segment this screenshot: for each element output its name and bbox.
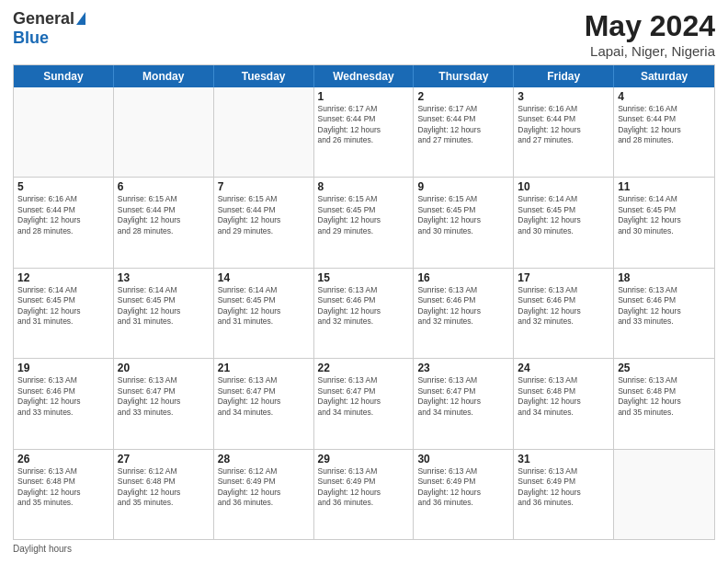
cell-date-number: 30 <box>417 453 509 465</box>
cell-info-text: Sunrise: 6:17 AMSunset: 6:44 PMDaylight:… <box>417 104 509 146</box>
cell-info-text: Sunrise: 6:13 AMSunset: 6:46 PMDaylight:… <box>618 285 711 327</box>
cal-cell: 31Sunrise: 6:13 AMSunset: 6:49 PMDayligh… <box>514 450 614 539</box>
cal-cell: 30Sunrise: 6:13 AMSunset: 6:49 PMDayligh… <box>414 450 514 539</box>
cell-date-number: 26 <box>17 453 109 465</box>
cell-info-text: Sunrise: 6:15 AMSunset: 6:44 PMDaylight:… <box>218 194 310 236</box>
cal-header-day: Monday <box>114 65 214 87</box>
footer-note: Daylight hours <box>13 544 715 554</box>
cal-cell: 28Sunrise: 6:12 AMSunset: 6:49 PMDayligh… <box>214 450 314 539</box>
cal-cell <box>214 87 314 177</box>
cell-date-number: 27 <box>118 453 210 465</box>
cal-header-day: Tuesday <box>214 65 314 87</box>
cal-cell: 18Sunrise: 6:13 AMSunset: 6:46 PMDayligh… <box>614 269 714 358</box>
daylight-label: Daylight hours <box>13 544 72 554</box>
cal-cell <box>114 87 214 177</box>
cal-cell: 29Sunrise: 6:13 AMSunset: 6:49 PMDayligh… <box>314 450 415 539</box>
cal-cell: 1Sunrise: 6:17 AMSunset: 6:44 PMDaylight… <box>314 87 415 177</box>
logo-triangle-icon <box>76 12 85 25</box>
cell-info-text: Sunrise: 6:16 AMSunset: 6:44 PMDaylight:… <box>17 194 109 236</box>
cell-info-text: Sunrise: 6:14 AMSunset: 6:45 PMDaylight:… <box>118 285 210 327</box>
cal-cell: 21Sunrise: 6:13 AMSunset: 6:47 PMDayligh… <box>214 359 314 448</box>
cal-header-day: Friday <box>514 65 614 87</box>
cal-week-row: 12Sunrise: 6:14 AMSunset: 6:45 PMDayligh… <box>14 269 714 359</box>
cell-date-number: 15 <box>318 271 410 284</box>
header: General Blue May 2024 Lapai, Niger, Nige… <box>13 9 715 59</box>
cell-date-number: 1 <box>318 90 410 103</box>
cell-date-number: 19 <box>17 362 109 374</box>
cell-info-text: Sunrise: 6:14 AMSunset: 6:45 PMDaylight:… <box>17 285 109 327</box>
cell-info-text: Sunrise: 6:13 AMSunset: 6:47 PMDaylight:… <box>318 375 410 418</box>
cal-cell: 14Sunrise: 6:14 AMSunset: 6:45 PMDayligh… <box>214 269 314 358</box>
cal-cell: 15Sunrise: 6:13 AMSunset: 6:46 PMDayligh… <box>314 269 415 358</box>
logo-blue-text: Blue <box>13 29 49 48</box>
cell-info-text: Sunrise: 6:14 AMSunset: 6:45 PMDaylight:… <box>518 194 609 236</box>
cell-date-number: 18 <box>618 271 711 284</box>
cal-cell <box>614 450 714 539</box>
cal-cell: 5Sunrise: 6:16 AMSunset: 6:44 PMDaylight… <box>14 178 114 267</box>
cell-info-text: Sunrise: 6:13 AMSunset: 6:47 PMDaylight:… <box>118 375 210 418</box>
cell-date-number: 7 <box>218 180 310 193</box>
cell-date-number: 3 <box>518 90 609 103</box>
cell-info-text: Sunrise: 6:15 AMSunset: 6:45 PMDaylight:… <box>318 194 410 236</box>
cell-date-number: 6 <box>118 180 210 193</box>
cell-info-text: Sunrise: 6:14 AMSunset: 6:45 PMDaylight:… <box>218 285 310 327</box>
cal-cell: 11Sunrise: 6:14 AMSunset: 6:45 PMDayligh… <box>614 178 714 267</box>
cell-date-number: 9 <box>417 180 509 193</box>
cell-info-text: Sunrise: 6:13 AMSunset: 6:48 PMDaylight:… <box>518 375 609 418</box>
cal-header-day: Wednesday <box>314 65 415 87</box>
cal-header-day: Saturday <box>614 65 714 87</box>
cell-date-number: 22 <box>318 362 410 374</box>
cell-date-number: 8 <box>318 180 410 193</box>
cal-header-day: Sunday <box>14 65 114 87</box>
cal-cell <box>14 87 114 177</box>
cal-cell: 6Sunrise: 6:15 AMSunset: 6:44 PMDaylight… <box>114 178 214 267</box>
cal-cell: 22Sunrise: 6:13 AMSunset: 6:47 PMDayligh… <box>314 359 415 448</box>
cal-cell: 23Sunrise: 6:13 AMSunset: 6:47 PMDayligh… <box>414 359 514 448</box>
cal-cell: 13Sunrise: 6:14 AMSunset: 6:45 PMDayligh… <box>114 269 214 358</box>
cell-info-text: Sunrise: 6:15 AMSunset: 6:45 PMDaylight:… <box>417 194 509 236</box>
cell-date-number: 21 <box>218 362 310 374</box>
cell-date-number: 14 <box>218 271 310 284</box>
cell-date-number: 28 <box>218 453 310 465</box>
cal-cell: 16Sunrise: 6:13 AMSunset: 6:46 PMDayligh… <box>414 269 514 358</box>
cal-cell: 27Sunrise: 6:12 AMSunset: 6:48 PMDayligh… <box>114 450 214 539</box>
cal-cell: 10Sunrise: 6:14 AMSunset: 6:45 PMDayligh… <box>514 178 614 267</box>
cal-week-row: 19Sunrise: 6:13 AMSunset: 6:46 PMDayligh… <box>14 359 714 449</box>
cell-info-text: Sunrise: 6:13 AMSunset: 6:49 PMDaylight:… <box>417 466 509 509</box>
cell-date-number: 17 <box>518 271 609 284</box>
cal-week-row: 5Sunrise: 6:16 AMSunset: 6:44 PMDaylight… <box>14 178 714 268</box>
cal-cell: 17Sunrise: 6:13 AMSunset: 6:46 PMDayligh… <box>514 269 614 358</box>
cell-info-text: Sunrise: 6:13 AMSunset: 6:48 PMDaylight:… <box>618 375 711 418</box>
cell-date-number: 5 <box>17 180 109 193</box>
cal-cell: 12Sunrise: 6:14 AMSunset: 6:45 PMDayligh… <box>14 269 114 358</box>
cell-date-number: 23 <box>417 362 509 374</box>
title-area: May 2024 Lapai, Niger, Nigeria <box>585 9 715 59</box>
cal-cell: 25Sunrise: 6:13 AMSunset: 6:48 PMDayligh… <box>614 359 714 448</box>
cal-cell: 19Sunrise: 6:13 AMSunset: 6:46 PMDayligh… <box>14 359 114 448</box>
cal-cell: 24Sunrise: 6:13 AMSunset: 6:48 PMDayligh… <box>514 359 614 448</box>
cell-info-text: Sunrise: 6:13 AMSunset: 6:48 PMDaylight:… <box>17 466 109 509</box>
cal-cell: 2Sunrise: 6:17 AMSunset: 6:44 PMDaylight… <box>414 87 514 177</box>
page: General Blue May 2024 Lapai, Niger, Nige… <box>0 0 728 563</box>
cal-cell: 9Sunrise: 6:15 AMSunset: 6:45 PMDaylight… <box>414 178 514 267</box>
cell-date-number: 31 <box>518 453 609 465</box>
cal-week-row: 26Sunrise: 6:13 AMSunset: 6:48 PMDayligh… <box>14 450 714 539</box>
cal-cell: 7Sunrise: 6:15 AMSunset: 6:44 PMDaylight… <box>214 178 314 267</box>
logo-text: General <box>13 9 85 29</box>
cell-date-number: 13 <box>118 271 210 284</box>
calendar: SundayMondayTuesdayWednesdayThursdayFrid… <box>13 64 715 540</box>
cell-date-number: 10 <box>518 180 609 193</box>
cell-info-text: Sunrise: 6:12 AMSunset: 6:49 PMDaylight:… <box>218 466 310 509</box>
subtitle: Lapai, Niger, Nigeria <box>585 43 715 59</box>
cell-date-number: 24 <box>518 362 609 374</box>
cell-info-text: Sunrise: 6:13 AMSunset: 6:47 PMDaylight:… <box>218 375 310 418</box>
cal-cell: 20Sunrise: 6:13 AMSunset: 6:47 PMDayligh… <box>114 359 214 448</box>
main-title: May 2024 <box>585 9 715 43</box>
calendar-header: SundayMondayTuesdayWednesdayThursdayFrid… <box>14 65 714 87</box>
logo-general-text: General <box>13 9 74 29</box>
cell-info-text: Sunrise: 6:13 AMSunset: 6:49 PMDaylight:… <box>318 466 410 509</box>
cell-info-text: Sunrise: 6:13 AMSunset: 6:49 PMDaylight:… <box>518 466 609 509</box>
cell-info-text: Sunrise: 6:16 AMSunset: 6:44 PMDaylight:… <box>518 104 609 146</box>
cell-date-number: 11 <box>618 180 711 193</box>
cell-info-text: Sunrise: 6:14 AMSunset: 6:45 PMDaylight:… <box>618 194 711 236</box>
